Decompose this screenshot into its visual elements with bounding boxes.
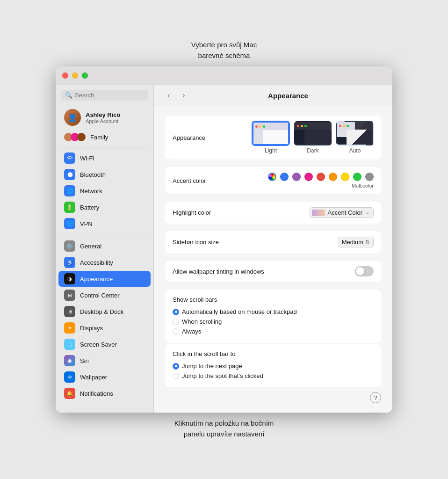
annotation-top: Vyberte pro svůj Mac barevné schéma	[191, 40, 257, 61]
help-btn-container: ?	[165, 388, 381, 403]
vpn-label: VPN	[80, 220, 93, 227]
scroll-option-scrolling[interactable]: When scrolling	[173, 317, 374, 327]
sidebar-item-family[interactable]: Family	[58, 131, 151, 144]
scroll-option-always[interactable]: Always	[173, 327, 374, 336]
sidebar-item-screensaver[interactable]: ⬚ Screen Saver	[58, 336, 151, 352]
siri-label: Siri	[80, 357, 89, 364]
wifi-label: Wi-Fi	[80, 155, 94, 162]
appearance-group: Appearance	[165, 116, 381, 160]
maximize-button[interactable]	[82, 73, 88, 79]
main-window: 🔍 👤 Ashley Rico Apple Account	[56, 66, 392, 413]
sidebar-item-wallpaper[interactable]: ❄ Wallpaper	[58, 369, 151, 385]
desktopdock-icon: 🖥	[64, 306, 75, 317]
highlight-swatch	[312, 210, 325, 216]
chevron-down-icon: ⌄	[365, 210, 369, 216]
sidebar-item-battery[interactable]: 🔋 Battery	[58, 199, 151, 215]
sidebar-item-wifi[interactable]: Wi-Fi	[58, 150, 151, 166]
sidebar-item-vpn[interactable]: 🌐 VPN	[58, 216, 151, 232]
scroll-nextpage-label: Jump to the next page	[182, 363, 242, 370]
swatch-blue[interactable]	[280, 173, 289, 181]
appearance-dark-option[interactable]: Dark	[294, 121, 332, 154]
sidebar-item-bluetooth[interactable]: ⬢ Bluetooth	[58, 167, 151, 182]
network-label: Network	[80, 188, 102, 195]
screensaver-icon: ⬚	[64, 339, 75, 350]
sidebar-item-accessibility[interactable]: ♿ Accessibility	[58, 254, 151, 270]
appearance-auto-option[interactable]: Auto	[336, 121, 374, 154]
accessibility-icon: ♿	[64, 257, 75, 268]
sidebar-item-appearance[interactable]: ◑ Appearance	[58, 271, 151, 287]
swatch-red[interactable]	[317, 173, 325, 181]
notifications-icon: 🔔	[64, 388, 75, 399]
appearance-auto-thumb	[336, 121, 374, 145]
sidebar-item-displays[interactable]: ✦ Displays	[58, 320, 151, 336]
sidebar-icon-size-select[interactable]: Medium ⇅	[338, 237, 374, 247]
battery-icon: 🔋	[64, 202, 75, 213]
network-icon: 🌐	[64, 185, 75, 196]
close-button[interactable]	[62, 73, 68, 79]
color-swatches	[268, 173, 374, 181]
general-icon: ⚙️	[64, 240, 75, 252]
appearance-icon: ◑	[64, 273, 75, 284]
appearance-light-option[interactable]: Light	[252, 121, 289, 154]
sidebar-item-desktopdock[interactable]: 🖥 Desktop & Dock	[58, 304, 151, 319]
divider-2	[61, 235, 148, 235]
accent-color-control: Multicolor	[268, 173, 374, 189]
screensaver-label: Screen Saver	[80, 341, 117, 348]
highlight-color-control: Accent Color ⌄	[310, 207, 374, 218]
search-box[interactable]: 🔍	[61, 90, 148, 101]
scroll-clickspot-label: Jump to the spot that's clicked	[182, 372, 263, 379]
annotation-bottom: Kliknutím na položku na bočním panelu up…	[174, 418, 274, 439]
scroll-option-auto[interactable]: Automatically based on mouse or trackpad	[173, 307, 374, 317]
wallpaper-label: Wallpaper	[80, 374, 107, 381]
swatch-green[interactable]	[353, 173, 361, 181]
back-button[interactable]: ‹	[163, 90, 174, 101]
scroll-click-spot[interactable]: Jump to the spot that's clicked	[173, 371, 374, 381]
panel-title: Appearance	[193, 92, 383, 100]
sidebar-item-siri[interactable]: ◉ Siri	[58, 353, 151, 369]
displays-label: Displays	[80, 325, 103, 332]
swatch-purple[interactable]	[292, 173, 301, 181]
wallpaper-tinting-toggle[interactable]	[355, 266, 374, 276]
appearance-label: Appearance	[80, 276, 113, 283]
sidebar-item-controlcenter[interactable]: ⊞ Control Center	[58, 287, 151, 303]
scroll-scrolling-label: When scrolling	[182, 318, 222, 325]
highlight-color-row: Highlight color Accent Color ⌄	[165, 202, 381, 224]
user-name: Ashley Rico	[86, 111, 120, 118]
panel-body: Appearance	[154, 106, 392, 413]
appearance-options: Light	[252, 121, 374, 154]
wallpaper-tinting-label: Allow wallpaper tinting in windows	[173, 268, 264, 275]
appearance-row-label: Appearance	[173, 134, 247, 141]
sidebar-item-general[interactable]: ⚙️ General	[58, 238, 151, 254]
sidebar-item-notifications[interactable]: 🔔 Notifications	[58, 385, 151, 401]
sidebar: 🔍 👤 Ashley Rico Apple Account	[56, 85, 154, 413]
general-label: General	[80, 243, 101, 250]
titlebar	[56, 66, 392, 85]
help-button[interactable]: ?	[370, 392, 381, 403]
swatch-pink[interactable]	[304, 173, 313, 181]
family-label: Family	[90, 134, 108, 141]
minimize-button[interactable]	[72, 73, 78, 79]
wallpaper-tinting-group: Allow wallpaper tinting in windows	[165, 261, 381, 282]
controlcenter-icon: ⊞	[64, 290, 75, 301]
appearance-light-thumb	[252, 121, 289, 145]
search-input[interactable]	[75, 92, 144, 99]
user-profile-item[interactable]: 👤 Ashley Rico Apple Account	[58, 105, 151, 130]
toggle-knob	[356, 267, 364, 276]
highlight-color-group: Highlight color Accent Color ⌄	[165, 202, 381, 224]
show-scroll-bars-section: Show scroll bars Automatically based on …	[165, 290, 381, 343]
search-container: 🔍	[56, 85, 153, 104]
forward-button[interactable]: ›	[178, 90, 189, 101]
sidebar-item-network[interactable]: 🌐 Network	[58, 183, 151, 199]
sidebar-icon-size-row: Sidebar icon size Medium ⇅	[165, 231, 381, 253]
swatch-yellow[interactable]	[341, 173, 349, 181]
scroll-auto-label: Automatically based on mouse or trackpad	[182, 308, 297, 315]
displays-icon: ✦	[64, 322, 75, 334]
swatch-multicolor[interactable]	[268, 173, 276, 181]
avatar: 👤	[64, 109, 81, 126]
swatch-graphite[interactable]	[365, 173, 374, 181]
swatch-orange[interactable]	[329, 173, 337, 181]
highlight-color-select[interactable]: Accent Color ⌄	[310, 207, 374, 218]
family-avatars	[64, 133, 86, 141]
show-scroll-bars-title: Show scroll bars	[173, 296, 374, 303]
scroll-click-nextpage[interactable]: Jump to the next page	[173, 361, 374, 371]
